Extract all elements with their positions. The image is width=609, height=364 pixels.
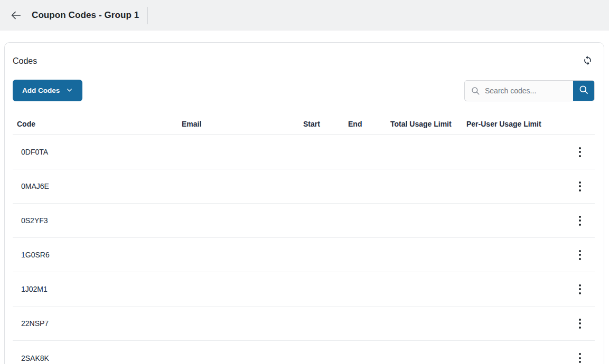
topbar-divider: [147, 7, 148, 24]
cell-actions: [540, 245, 595, 264]
cell-code: 2SAK8K: [13, 354, 177, 362]
row-actions-button[interactable]: [570, 211, 589, 230]
table-row: 0DF0TA: [13, 135, 595, 169]
add-codes-label: Add Codes: [22, 87, 60, 94]
sync-refresh-icon: [583, 55, 593, 67]
row-actions-button[interactable]: [570, 142, 589, 161]
vertical-ellipsis-icon: [579, 147, 581, 157]
table-body: 0DF0TA 0MAJ6E 0S2YF3: [13, 135, 595, 364]
column-header-per-user-usage-limit: Per-User Usage Limit: [466, 120, 544, 128]
cell-code: 1G0SR6: [13, 251, 177, 259]
cell-code: 22NSP7: [13, 319, 177, 328]
codes-table: Code Email Start End Total Usage Limit P…: [13, 113, 595, 364]
search-icon: [578, 84, 589, 97]
table-row: 1J02M1: [13, 272, 595, 306]
back-button[interactable]: [5, 5, 26, 26]
add-codes-button[interactable]: Add Codes: [13, 80, 82, 101]
column-header-end: End: [348, 120, 390, 128]
vertical-ellipsis-icon: [579, 250, 581, 260]
card-header: Codes: [13, 54, 595, 69]
search-box: [464, 80, 595, 101]
cell-code: 1J02M1: [13, 285, 177, 293]
row-actions-button[interactable]: [570, 280, 589, 299]
search-input[interactable]: [480, 81, 573, 101]
table-row: 2SAK8K: [13, 341, 595, 364]
column-header-code: Code: [13, 120, 182, 128]
cell-code: 0S2YF3: [13, 216, 177, 225]
refresh-button[interactable]: [580, 54, 595, 69]
codes-card: Codes Add Codes: [4, 42, 604, 364]
row-actions-button[interactable]: [570, 349, 589, 364]
column-header-start: Start: [303, 120, 348, 128]
page-title: Coupon Codes - Group 1: [32, 10, 139, 21]
vertical-ellipsis-icon: [579, 216, 581, 226]
cell-actions: [540, 314, 595, 333]
row-actions-button[interactable]: [570, 314, 589, 333]
cell-actions: [540, 211, 595, 230]
table-row: 0MAJ6E: [13, 169, 595, 204]
table-row: 1G0SR6: [13, 238, 595, 272]
topbar: Coupon Codes - Group 1: [0, 0, 609, 31]
column-header-total-usage-limit: Total Usage Limit: [390, 120, 466, 128]
chevron-down-icon: [66, 87, 73, 95]
toolbar: Add Codes: [13, 80, 595, 101]
vertical-ellipsis-icon: [579, 284, 581, 294]
cell-code: 0MAJ6E: [13, 182, 177, 190]
column-header-email: Email: [182, 120, 303, 128]
search-icon: [465, 81, 480, 101]
cell-actions: [540, 280, 595, 299]
table-row: 0S2YF3: [13, 204, 595, 238]
cell-actions: [540, 177, 595, 196]
row-actions-button[interactable]: [570, 177, 589, 196]
cell-actions: [540, 142, 595, 161]
vertical-ellipsis-icon: [579, 319, 581, 329]
vertical-ellipsis-icon: [579, 353, 581, 363]
table-row: 22NSP7: [13, 306, 595, 341]
search-submit-button[interactable]: [573, 81, 594, 101]
arrow-left-icon: [10, 9, 22, 21]
cell-code: 0DF0TA: [13, 148, 177, 156]
card-heading: Codes: [13, 56, 37, 66]
cell-actions: [540, 349, 595, 364]
vertical-ellipsis-icon: [579, 181, 581, 191]
table-header-row: Code Email Start End Total Usage Limit P…: [13, 113, 595, 135]
row-actions-button[interactable]: [570, 245, 589, 264]
